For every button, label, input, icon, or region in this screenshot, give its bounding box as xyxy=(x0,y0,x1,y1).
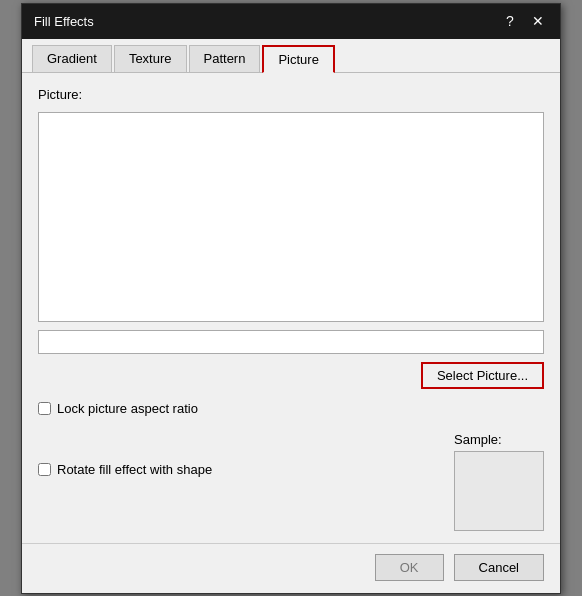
sample-area: Sample: xyxy=(454,432,544,531)
picture-preview xyxy=(38,112,544,322)
sample-preview xyxy=(454,451,544,531)
close-button[interactable]: ✕ xyxy=(528,11,548,31)
lock-aspect-checkbox[interactable] xyxy=(38,402,51,415)
rotate-fill-label: Rotate fill effect with shape xyxy=(57,462,212,477)
tab-picture[interactable]: Picture xyxy=(262,45,334,73)
title-bar: Fill Effects ? ✕ xyxy=(22,4,560,39)
dialog-title: Fill Effects xyxy=(34,14,94,29)
tab-pattern[interactable]: Pattern xyxy=(189,45,261,72)
select-picture-row: Select Picture... xyxy=(38,362,544,389)
cancel-button[interactable]: Cancel xyxy=(454,554,544,581)
rotate-fill-checkbox[interactable] xyxy=(38,463,51,476)
title-bar-left: Fill Effects xyxy=(34,14,94,29)
title-bar-right: ? ✕ xyxy=(500,11,548,31)
rotate-fill-row: Rotate fill effect with shape xyxy=(38,462,212,477)
dialog-body: Picture: Select Picture... Lock picture … xyxy=(22,73,560,543)
lock-aspect-label: Lock picture aspect ratio xyxy=(57,401,198,416)
help-button[interactable]: ? xyxy=(500,11,520,31)
picture-label: Picture: xyxy=(38,87,544,102)
bottom-area: Rotate fill effect with shape Sample: xyxy=(38,432,544,531)
sample-label: Sample: xyxy=(454,432,502,447)
tab-gradient[interactable]: Gradient xyxy=(32,45,112,72)
select-picture-button[interactable]: Select Picture... xyxy=(421,362,544,389)
picture-filename-input[interactable] xyxy=(38,330,544,354)
tab-bar: Gradient Texture Pattern Picture xyxy=(22,39,560,73)
lock-aspect-row: Lock picture aspect ratio xyxy=(38,401,544,416)
fill-effects-dialog: Fill Effects ? ✕ Gradient Texture Patter… xyxy=(21,3,561,594)
tab-texture[interactable]: Texture xyxy=(114,45,187,72)
ok-button[interactable]: OK xyxy=(375,554,444,581)
left-bottom: Rotate fill effect with shape xyxy=(38,432,212,477)
dialog-footer: OK Cancel xyxy=(22,543,560,593)
